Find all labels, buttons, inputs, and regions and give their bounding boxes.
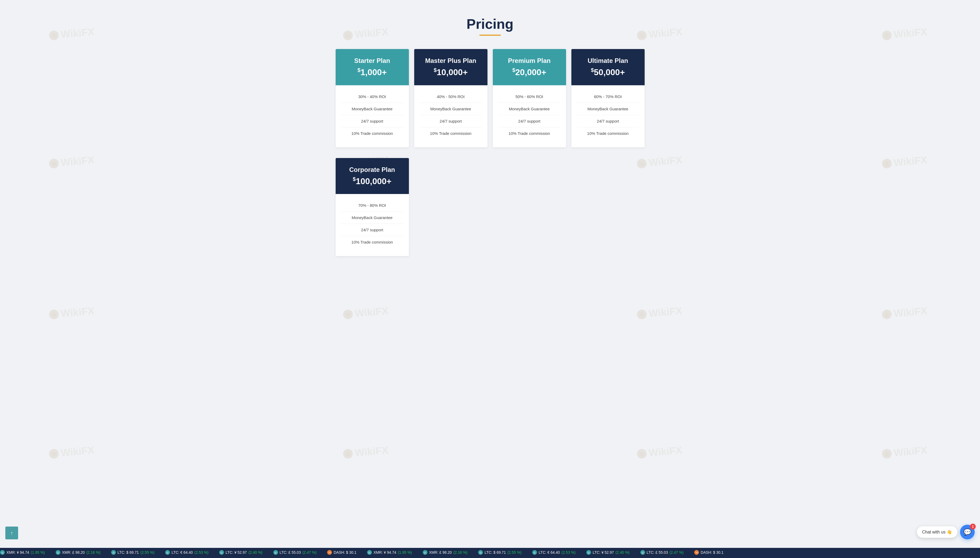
ticker-item-1: ◎ XMR: ¥ 94.74 (1.95 %): [0, 550, 45, 555]
master-plus-plan-price: $10,000+: [420, 67, 482, 77]
ticker-content: ◎ XMR: ¥ 94.74 (1.95 %) ◎ XMR: £ 98.20 (…: [0, 550, 980, 555]
master-plus-support: 24/7 support: [420, 115, 482, 127]
ticker-change-5: (2.40 %): [249, 550, 263, 555]
premium-commission: 10% Trade commission: [498, 127, 561, 140]
ticker-icon-5: ◎: [219, 550, 224, 555]
corporate-dollar-sign: $: [353, 176, 356, 182]
ticker-change-1: (1.95 %): [31, 550, 45, 555]
premium-support: 24/7 support: [498, 115, 561, 127]
premium-plan-features: 50% - 60% ROI MoneyBack Guarantee 24/7 s…: [493, 85, 566, 148]
ticker-item-7: ⇒ DASH: $ 30.1: [327, 550, 356, 555]
chat-widget: Chat with us 👋 💬 1: [917, 525, 975, 539]
ticker-item-3: ◎ LTC: $ 69.71 (2.55 %): [111, 550, 154, 555]
master-plus-commission: 10% Trade commission: [420, 127, 482, 140]
master-plus-plan-name: Master Plus Plan: [420, 57, 482, 64]
ticker-icon-5b: ◎: [586, 550, 591, 555]
title-underline: [480, 34, 501, 36]
ticker-change-3b: (2.55 %): [508, 550, 521, 555]
ticker-icon-7: ⇒: [327, 550, 332, 555]
main-content: Pricing Starter Plan $1,000+ 30% - 40% R…: [330, 0, 650, 283]
premium-plan-header: Premium Plan $20,000+: [493, 49, 566, 85]
chat-bubble[interactable]: Chat with us 👋: [917, 526, 957, 538]
ticker-label-1: XMR: ¥ 94.74: [7, 550, 29, 555]
ticker-label-4: LTC: € 64.40: [172, 550, 193, 555]
starter-plan-name: Starter Plan: [341, 57, 403, 64]
ultimate-support: 24/7 support: [577, 115, 639, 127]
ultimate-moneyback: MoneyBack Guarantee: [577, 103, 639, 115]
page-title-section: Pricing: [336, 16, 645, 36]
corporate-plan-price: $100,000+: [341, 176, 403, 186]
corporate-plan-name: Corporate Plan: [341, 166, 403, 174]
ticker-icon-2: ◎: [56, 550, 61, 555]
ticker-label-3b: LTC: $ 69.71: [485, 550, 506, 555]
premium-plan-price: $20,000+: [498, 67, 561, 77]
ticker-item-6: ◎ LTC: £ 55.03 (2.47 %): [273, 550, 317, 555]
master-plus-plan-card: Master Plus Plan $10,000+ 40% - 50% ROI …: [414, 49, 487, 148]
ticker-item-3b: ◎ LTC: $ 69.71 (2.55 %): [478, 550, 521, 555]
chat-button-icon: 💬: [964, 528, 972, 536]
ticker-label-4b: LTC: € 64.40: [539, 550, 560, 555]
ticker-icon-1b: ◎: [367, 550, 372, 555]
corporate-roi: 70% - 80% ROI: [341, 199, 403, 212]
ultimate-roi: 60% - 70% ROI: [577, 90, 639, 103]
starter-plan-card: Starter Plan $1,000+ 30% - 40% ROI Money…: [336, 49, 409, 148]
starter-commission: 10% Trade commission: [341, 127, 403, 140]
corporate-plan-header: Corporate Plan $100,000+: [336, 158, 409, 194]
ticker-label-5b: LTC: ¥ 52.97: [593, 550, 614, 555]
ticker-item-6b: ◎ LTC: £ 55.03 (2.47 %): [640, 550, 684, 555]
ultimate-plan-price: $50,000+: [577, 67, 639, 77]
ultimate-plan-name: Ultimate Plan: [577, 57, 639, 64]
ticker-change-2: (2.16 %): [86, 550, 100, 555]
starter-support: 24/7 support: [341, 115, 403, 127]
ticker-change-2b: (2.16 %): [453, 550, 467, 555]
premium-plan-card: Premium Plan $20,000+ 50% - 60% ROI Mone…: [493, 49, 566, 148]
corporate-support: 24/7 support: [341, 224, 403, 236]
chat-button[interactable]: 💬 1: [960, 525, 975, 539]
ticker-icon-4: ◎: [165, 550, 170, 555]
chat-notification-badge: 1: [970, 524, 976, 530]
premium-plan-name: Premium Plan: [498, 57, 561, 64]
premium-moneyback: MoneyBack Guarantee: [498, 103, 561, 115]
ticker-label-3: LTC: $ 69.71: [118, 550, 139, 555]
ticker-bar: ◎ XMR: ¥ 94.74 (1.95 %) ◎ XMR: £ 98.20 (…: [0, 548, 980, 558]
starter-plan-features: 30% - 40% ROI MoneyBack Guarantee 24/7 s…: [336, 85, 409, 148]
ticker-icon-4b: ◎: [532, 550, 537, 555]
bottom-plans-grid: Corporate Plan $100,000+ 70% - 80% ROI M…: [336, 158, 645, 256]
ticker-label-6b: LTC: £ 55.03: [647, 550, 668, 555]
ticker-label-2b: XMR: £ 98.20: [429, 550, 452, 555]
ticker-change-4: (2.53 %): [195, 550, 208, 555]
starter-plan-header: Starter Plan $1,000+: [336, 49, 409, 85]
master-plus-plan-header: Master Plus Plan $10,000+: [414, 49, 487, 85]
ticker-item-7b: ⇒ DASH: $ 30.1: [694, 550, 723, 555]
master-plus-roi: 40% - 50% ROI: [420, 90, 482, 103]
ticker-icon-6: ◎: [273, 550, 278, 555]
ticker-item-4: ◎ LTC: € 64.40 (2.53 %): [165, 550, 208, 555]
ultimate-commission: 10% Trade commission: [577, 127, 639, 140]
page-title: Pricing: [336, 16, 645, 32]
premium-roi: 50% - 60% ROI: [498, 90, 561, 103]
ticker-item-5b: ◎ LTC: ¥ 52.97 (2.40 %): [586, 550, 630, 555]
master-plus-plan-features: 40% - 50% ROI MoneyBack Guarantee 24/7 s…: [414, 85, 487, 148]
master-plus-dollar-sign: $: [434, 67, 437, 73]
ultimate-plan-features: 60% - 70% ROI MoneyBack Guarantee 24/7 s…: [571, 85, 645, 148]
ticker-item-4b: ◎ LTC: € 64.40 (2.53 %): [532, 550, 576, 555]
ticker-icon-7b: ⇒: [694, 550, 699, 555]
ticker-item-2b: ◎ XMR: £ 98.20 (2.16 %): [423, 550, 468, 555]
starter-moneyback: MoneyBack Guarantee: [341, 103, 403, 115]
ticker-label-7: DASH: $ 30.1: [334, 550, 356, 555]
ticker-item-5: ◎ LTC: ¥ 52.97 (2.40 %): [219, 550, 263, 555]
ticker-icon-1: ◎: [0, 550, 5, 555]
corporate-plan-card: Corporate Plan $100,000+ 70% - 80% ROI M…: [336, 158, 409, 256]
ticker-icon-2b: ◎: [423, 550, 428, 555]
ticker-change-5b: (2.40 %): [616, 550, 630, 555]
corporate-moneyback: MoneyBack Guarantee: [341, 212, 403, 224]
ultimate-plan-header: Ultimate Plan $50,000+: [571, 49, 645, 85]
ticker-change-6b: (2.47 %): [669, 550, 683, 555]
ticker-change-4b: (2.53 %): [562, 550, 576, 555]
ticker-label-7b: DASH: $ 30.1: [701, 550, 723, 555]
ticker-change-6: (2.47 %): [302, 550, 316, 555]
ticker-label-6: LTC: £ 55.03: [280, 550, 301, 555]
ticker-icon-3: ◎: [111, 550, 116, 555]
scroll-top-button[interactable]: ↑: [5, 527, 18, 539]
corporate-commission: 10% Trade commission: [341, 236, 403, 248]
